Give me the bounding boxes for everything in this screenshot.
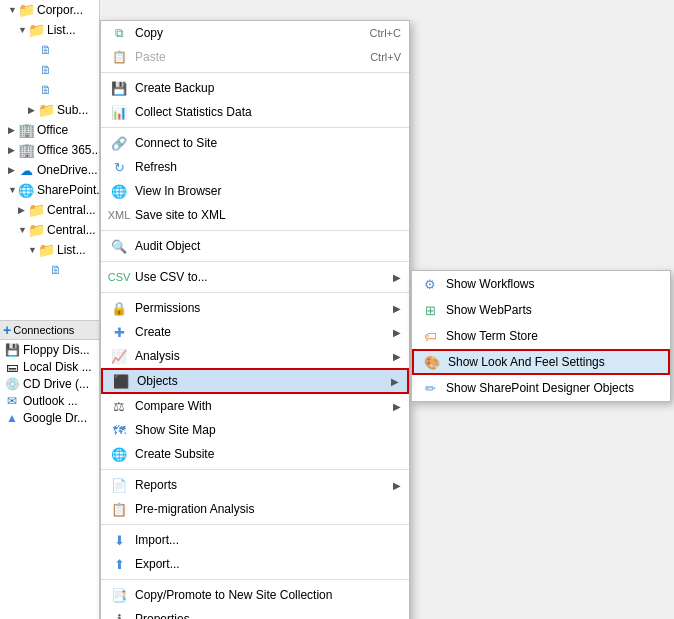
menu-item-import[interactable]: ⬇ Import... [101, 528, 409, 552]
tree-label: Central... [47, 223, 96, 237]
tree-label: Corpor... [37, 3, 83, 17]
connect-icon: 🔗 [109, 135, 129, 151]
office-icon: 🏢 [18, 122, 34, 138]
menu-item-audit[interactable]: 🔍 Audit Object [101, 234, 409, 258]
context-menu: ⧉ Copy Ctrl+C 📋 Paste Ctrl+V 💾 Create Ba… [100, 20, 410, 619]
menu-item-subsite[interactable]: 🌐 Create Subsite [101, 442, 409, 466]
menu-item-xml[interactable]: XML Save site to XML [101, 203, 409, 227]
menu-item-copy[interactable]: ⧉ Copy Ctrl+C [101, 21, 409, 45]
reports-icon: 📄 [109, 477, 129, 493]
menu-item-label: Show Site Map [135, 423, 216, 437]
connections-bar: + Connections [0, 320, 100, 340]
menu-item-label: View In Browser [135, 184, 221, 198]
localdisk-icon: 🖴 [4, 359, 20, 375]
submenu-item-lookandfeel[interactable]: 🎨 Show Look And Feel Settings [412, 349, 670, 375]
menu-item-label: Objects [137, 374, 178, 388]
menu-item-label: Copy/Promote to New Site Collection [135, 588, 332, 602]
tree-label: Local Disk ... [23, 360, 92, 374]
menu-item-backup[interactable]: 💾 Create Backup [101, 76, 409, 100]
menu-item-label: Create Subsite [135, 447, 214, 461]
menu-item-browser[interactable]: 🌐 View In Browser [101, 179, 409, 203]
folder-icon: 📁 [18, 2, 34, 18]
tree-item-doc3[interactable]: 🗎 [0, 80, 99, 100]
submenu-item-label: Show Look And Feel Settings [448, 355, 605, 369]
premigration-icon: 📋 [109, 501, 129, 517]
tree-item-central2[interactable]: ▼ 📁 Central... [0, 220, 99, 240]
googledrive-icon: ▲ [4, 410, 20, 426]
menu-item-label: Reports [135, 478, 177, 492]
tree-item-doc2[interactable]: 🗎 [0, 60, 99, 80]
menu-item-label: Permissions [135, 301, 200, 315]
menu-item-promote[interactable]: 📑 Copy/Promote to New Site Collection [101, 583, 409, 607]
webparts-icon: ⊞ [420, 302, 440, 318]
submenu-item-label: Show Workflows [446, 277, 534, 291]
tree-item-doc1[interactable]: 🗎 [0, 40, 99, 60]
tree-item-office365[interactable]: ▶ 🏢 Office 365... [0, 140, 99, 160]
tree-item-onedrive[interactable]: ▶ ☁ OneDrive... [0, 160, 99, 180]
tree-item-sub[interactable]: ▶ 📁 Sub... [0, 100, 99, 120]
folder-icon: 📁 [38, 102, 54, 118]
tree-item-docsp[interactable]: 🗎 [0, 260, 99, 280]
folder-icon: 📁 [28, 222, 44, 238]
menu-item-permissions[interactable]: 🔒 Permissions ▶ [101, 296, 409, 320]
tree-item-office[interactable]: ▶ 🏢 Office [0, 120, 99, 140]
menu-item-label: Collect Statistics Data [135, 105, 252, 119]
submenu-item-label: Show Term Store [446, 329, 538, 343]
menu-item-sitemap[interactable]: 🗺 Show Site Map [101, 418, 409, 442]
export-icon: ⬆ [109, 556, 129, 572]
menu-item-analysis[interactable]: 📈 Analysis ▶ [101, 344, 409, 368]
submenu-item-designer[interactable]: ✏ Show SharePoint Designer Objects [412, 375, 670, 401]
submenu-item-termstore[interactable]: 🏷 Show Term Store [412, 323, 670, 349]
menu-item-label: Create Backup [135, 81, 214, 95]
menu-item-refresh[interactable]: ↻ Refresh [101, 155, 409, 179]
submenu-item-webparts[interactable]: ⊞ Show WebParts [412, 297, 670, 323]
menu-item-compare[interactable]: ⚖ Compare With ▶ [101, 394, 409, 418]
paste-icon: 📋 [109, 49, 129, 65]
menu-item-stats[interactable]: 📊 Collect Statistics Data [101, 100, 409, 124]
expand-arrow: ▶ [8, 165, 18, 175]
tree-item-listsp[interactable]: ▼ 📁 List... [0, 240, 99, 260]
menu-item-create[interactable]: ✚ Create ▶ [101, 320, 409, 344]
menu-item-label: Use CSV to... [135, 270, 208, 284]
tree-item-list[interactable]: ▼ 📁 List... [0, 20, 99, 40]
tree-label: Google Dr... [23, 411, 87, 425]
menu-item-paste[interactable]: 📋 Paste Ctrl+V [101, 45, 409, 69]
stats-icon: 📊 [109, 104, 129, 120]
menu-item-export[interactable]: ⬆ Export... [101, 552, 409, 576]
tree-item-sharepoint[interactable]: ▼ 🌐 SharePoint... [0, 180, 99, 200]
office365-icon: 🏢 [18, 142, 34, 158]
menu-item-connect[interactable]: 🔗 Connect to Site [101, 131, 409, 155]
menu-item-premigration[interactable]: 📋 Pre-migration Analysis [101, 497, 409, 521]
menu-item-label: Copy [135, 26, 163, 40]
tree-item-corporate[interactable]: ▼ 📁 Corpor... [0, 0, 99, 20]
shortcut-paste: Ctrl+V [370, 51, 401, 63]
separator8 [101, 579, 409, 580]
doc-icon: 🗎 [38, 82, 54, 98]
submenu-item-label: Show WebParts [446, 303, 532, 317]
tree-label: List... [47, 23, 76, 37]
menu-item-label: Connect to Site [135, 136, 217, 150]
menu-item-label: Import... [135, 533, 179, 547]
doc-icon: 🗎 [38, 62, 54, 78]
separator5 [101, 292, 409, 293]
create-icon: ✚ [109, 324, 129, 340]
submenu-item-workflows[interactable]: ⚙ Show Workflows [412, 271, 670, 297]
menu-item-label: Create [135, 325, 171, 339]
tree-item-googledrive[interactable]: ▲ Google Dr... [0, 408, 100, 428]
submenu-arrow: ▶ [393, 272, 401, 283]
properties-icon: ℹ [109, 611, 129, 619]
submenu-arrow: ▶ [391, 376, 399, 387]
audit-icon: 🔍 [109, 238, 129, 254]
objects-icon: ⬛ [111, 373, 131, 389]
menu-item-objects[interactable]: ⬛ Objects ▶ [101, 368, 409, 394]
permissions-icon: 🔒 [109, 300, 129, 316]
menu-item-properties[interactable]: ℹ Properties [101, 607, 409, 619]
menu-item-reports[interactable]: 📄 Reports ▶ [101, 473, 409, 497]
menu-item-csv[interactable]: CSV Use CSV to... ▶ [101, 265, 409, 289]
plus-icon: + [3, 322, 11, 338]
separator7 [101, 524, 409, 525]
tree-item-central1[interactable]: ▶ 📁 Central... [0, 200, 99, 220]
termstore-icon: 🏷 [420, 328, 440, 344]
cd-icon: 💿 [4, 376, 20, 392]
menu-item-label: Save site to XML [135, 208, 226, 222]
